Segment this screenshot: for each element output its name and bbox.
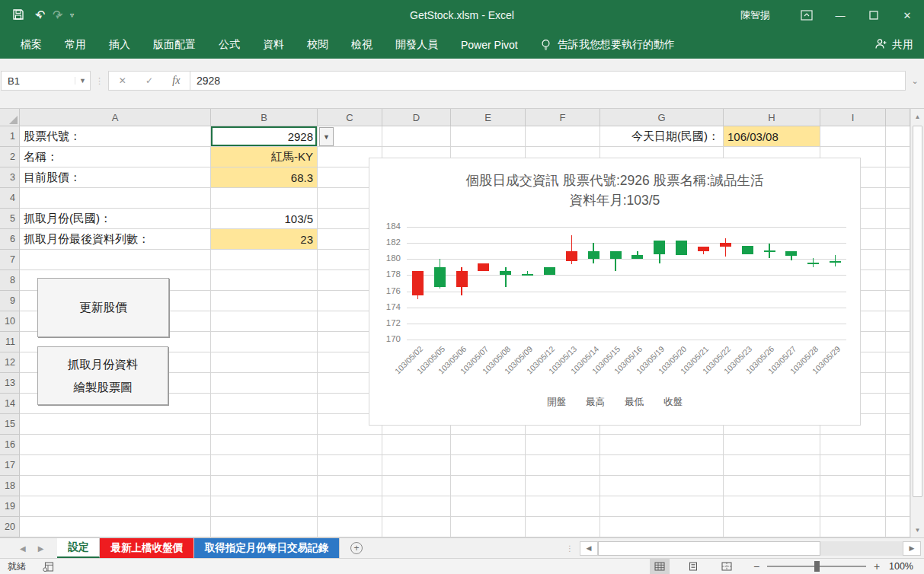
cell-F16[interactable] xyxy=(526,435,600,455)
zoom-slider-thumb[interactable] xyxy=(814,561,820,572)
undo-icon[interactable]: ↶▾ xyxy=(35,9,42,21)
ribbon-tab-10[interactable]: Power Pivot xyxy=(449,30,529,59)
horizontal-scroll-thumb[interactable] xyxy=(598,541,820,556)
cell-J12[interactable] xyxy=(886,352,910,373)
horizontal-scrollbar[interactable]: ◀ ▶ xyxy=(580,538,924,558)
page-layout-view-icon[interactable] xyxy=(683,559,703,574)
cell-B9[interactable] xyxy=(211,291,318,311)
column-header-C[interactable]: C xyxy=(318,109,382,126)
cell-A5[interactable]: 抓取月份(民國)： xyxy=(20,209,211,229)
cell-B17[interactable] xyxy=(211,455,318,476)
zoom-out-icon[interactable]: − xyxy=(752,560,761,572)
column-header-I[interactable]: I xyxy=(820,109,886,126)
cell-D17[interactable] xyxy=(382,455,451,476)
cell-dropdown-button[interactable]: ▼ xyxy=(319,127,334,146)
cell-J9[interactable] xyxy=(886,291,910,311)
cell-I20[interactable] xyxy=(820,517,886,537)
maximize-button[interactable] xyxy=(857,0,890,30)
row-header-16[interactable]: 16 xyxy=(0,435,20,455)
cell-A17[interactable] xyxy=(20,455,211,476)
cell-B6[interactable]: 23 xyxy=(211,229,318,250)
zoom-slider[interactable] xyxy=(767,566,866,567)
row-header-4[interactable]: 4 xyxy=(0,188,20,209)
redo-icon[interactable]: ↷▾ xyxy=(53,9,59,21)
column-header-G[interactable]: G xyxy=(600,109,724,126)
cell-C19[interactable] xyxy=(318,496,382,517)
cell-A2[interactable]: 名稱： xyxy=(20,147,211,167)
cell-I17[interactable] xyxy=(820,455,886,476)
cell-I19[interactable] xyxy=(820,496,886,517)
insert-function-icon[interactable]: fx xyxy=(172,75,180,87)
cell-D1[interactable] xyxy=(382,126,451,147)
vertical-scrollbar[interactable]: ▲ ▼ xyxy=(910,109,924,537)
cell-G19[interactable] xyxy=(600,496,724,517)
cell-B8[interactable] xyxy=(211,270,318,291)
customize-qat-icon[interactable]: ▿ xyxy=(70,11,74,19)
minimize-button[interactable]: — xyxy=(823,0,857,30)
ribbon-tab-8[interactable]: 檢視 xyxy=(340,30,384,59)
name-box[interactable]: B1 ▼ xyxy=(1,71,91,91)
cell-E1[interactable] xyxy=(451,126,526,147)
row-header-9[interactable]: 9 xyxy=(0,291,20,311)
cell-D18[interactable] xyxy=(382,476,451,496)
cell-J11[interactable] xyxy=(886,332,910,352)
cell-B1[interactable]: 2928 xyxy=(211,126,318,147)
cell-B5[interactable]: 103/5 xyxy=(211,209,318,229)
share-button[interactable]: 共用 xyxy=(874,38,913,52)
cell-J17[interactable] xyxy=(886,455,910,476)
cell-I1[interactable] xyxy=(820,126,886,147)
row-header-14[interactable]: 14 xyxy=(0,394,20,414)
cell-B20[interactable] xyxy=(211,517,318,537)
row-header-2[interactable]: 2 xyxy=(0,147,20,167)
column-header-F[interactable]: F xyxy=(526,109,600,126)
close-button[interactable]: ✕ xyxy=(890,0,924,30)
cell-B10[interactable] xyxy=(211,311,318,332)
page-break-view-icon[interactable] xyxy=(717,559,737,574)
cell-G1[interactable]: 今天日期(民國)： xyxy=(600,126,724,147)
sheet-tab-2[interactable]: 最新上檔收盤價 xyxy=(100,538,194,558)
vertical-scroll-thumb[interactable] xyxy=(913,126,922,497)
sheet-nav-right-icon[interactable]: ▶ xyxy=(38,544,44,553)
cell-E18[interactable] xyxy=(451,476,526,496)
cell-I16[interactable] xyxy=(820,435,886,455)
cell-B7[interactable] xyxy=(211,250,318,270)
cell-G16[interactable] xyxy=(600,435,724,455)
cell-B18[interactable] xyxy=(211,476,318,496)
cell-B15[interactable] xyxy=(211,414,318,435)
sheet-tab-3[interactable]: 取得指定月份每日交易記錄 xyxy=(194,538,340,558)
cell-A15[interactable] xyxy=(20,414,211,435)
ribbon-tab-4[interactable]: 版面配置 xyxy=(142,30,207,59)
cell-C17[interactable] xyxy=(318,455,382,476)
name-box-dropdown-icon[interactable]: ▼ xyxy=(75,77,90,85)
ribbon-display-options-icon[interactable] xyxy=(790,0,823,30)
cell-A1[interactable]: 股票代號： xyxy=(20,126,211,147)
cell-G17[interactable] xyxy=(600,455,724,476)
cell-H16[interactable] xyxy=(724,435,820,455)
cell-B14[interactable] xyxy=(211,394,318,414)
cell-F20[interactable] xyxy=(526,517,600,537)
cell-G18[interactable] xyxy=(600,476,724,496)
row-header-5[interactable]: 5 xyxy=(0,209,20,229)
cell-B12[interactable] xyxy=(211,352,318,373)
formula-input[interactable]: 2928 xyxy=(190,71,906,91)
cell-H19[interactable] xyxy=(724,496,820,517)
sheet-tab-1[interactable]: 設定 xyxy=(57,538,100,558)
row-header-10[interactable]: 10 xyxy=(0,311,20,332)
cancel-entry-icon[interactable]: ✕ xyxy=(119,75,126,86)
cell-J18[interactable] xyxy=(886,476,910,496)
row-header-1[interactable]: 1 xyxy=(0,126,20,147)
update-price-button[interactable]: 更新股價 xyxy=(37,278,169,337)
zoom-level[interactable]: 100% xyxy=(887,561,924,572)
cell-A19[interactable] xyxy=(20,496,211,517)
cell-C16[interactable] xyxy=(318,435,382,455)
cell-J5[interactable] xyxy=(886,209,910,229)
column-header-E[interactable]: E xyxy=(451,109,526,126)
cell-B19[interactable] xyxy=(211,496,318,517)
cell-E19[interactable] xyxy=(451,496,526,517)
row-header-18[interactable]: 18 xyxy=(0,476,20,496)
ribbon-tab-2[interactable]: 常用 xyxy=(53,30,98,59)
column-header-B[interactable]: B xyxy=(211,109,318,126)
cell-J8[interactable] xyxy=(886,270,910,291)
cell-H1[interactable]: 106/03/08 xyxy=(724,126,820,147)
horizontal-scroll-track[interactable] xyxy=(598,541,903,556)
